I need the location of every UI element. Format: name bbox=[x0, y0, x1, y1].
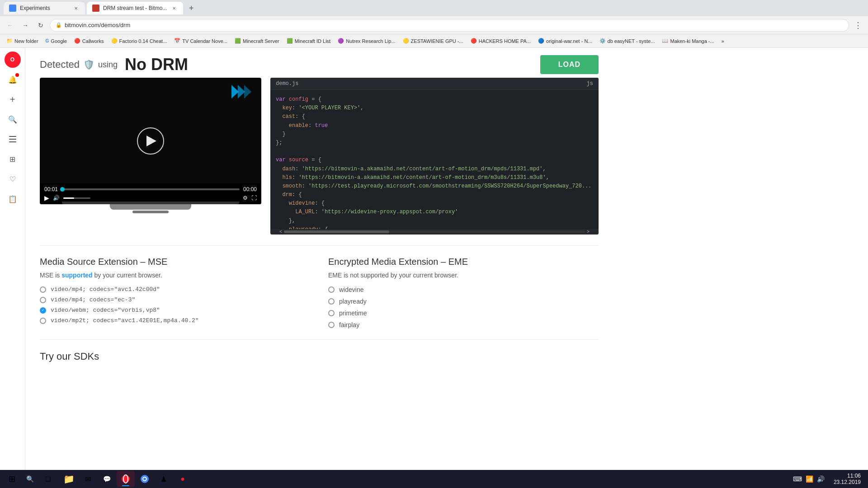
taskbar-clock[interactable]: 11:06 23.12.2019 bbox=[830, 473, 864, 485]
taskbar-app-chrome[interactable] bbox=[136, 471, 154, 487]
code-filename: demo.js bbox=[276, 80, 298, 87]
tab-drm[interactable]: DRM stream test - Bitmo... ✕ bbox=[87, 2, 183, 14]
sdks-section: Try our SDKs bbox=[40, 351, 599, 362]
new-tab-button[interactable]: + bbox=[185, 2, 198, 14]
codec-bullet-2 bbox=[40, 297, 46, 303]
drm-bullet-widevine bbox=[328, 286, 335, 293]
panels: 00:01 00:00 ▶ 🔊 bbox=[40, 78, 599, 235]
volume-filled bbox=[63, 197, 74, 199]
drm-bullet-playready bbox=[328, 298, 335, 305]
heart-icon[interactable]: ♡ bbox=[5, 171, 21, 187]
sdks-title: Try our SDKs bbox=[40, 351, 599, 362]
opera-logo-icon[interactable]: O bbox=[5, 52, 21, 68]
windows-start-button[interactable]: ⊞ bbox=[4, 471, 20, 487]
scroll-left-arrow[interactable]: < bbox=[279, 230, 282, 235]
detected-group: Detected 🛡️ using No DRM bbox=[40, 55, 188, 74]
scrollbar-thumb bbox=[284, 230, 389, 233]
tab-close-drm[interactable]: ✕ bbox=[170, 5, 178, 12]
drm-label-fairplay: fairplay bbox=[339, 321, 359, 328]
tab-close-experiments[interactable]: ✕ bbox=[72, 5, 80, 12]
taskbar-app-explorer[interactable]: 📁 bbox=[60, 471, 78, 487]
svg-rect-1 bbox=[9, 139, 16, 140]
eme-status: EME is not supported by your current bro… bbox=[328, 272, 599, 279]
shield-icon: 🛡️ bbox=[83, 59, 94, 70]
mse-section: Media Source Extension – MSE MSE is supp… bbox=[40, 257, 310, 328]
bookmark-gpu[interactable]: 🟡 ZESTAWIENIE GPU -... bbox=[400, 37, 466, 45]
drm-bullet-primetime bbox=[328, 310, 335, 316]
drm-widevine: widevine bbox=[328, 286, 599, 293]
svg-marker-4 bbox=[238, 85, 245, 99]
svg-marker-5 bbox=[244, 85, 251, 99]
code-scrollbar[interactable]: < > bbox=[270, 229, 599, 235]
menu-icon[interactable] bbox=[5, 131, 21, 147]
bookmark-nutrex[interactable]: 🟣 Nutrex Research Lip... bbox=[335, 37, 398, 45]
divider-2 bbox=[40, 339, 599, 340]
tab-favicon-drm bbox=[92, 5, 99, 12]
forward-button[interactable]: → bbox=[19, 19, 32, 32]
codec-mp4-ec3: video/mp4; codecs="ec-3" bbox=[40, 296, 310, 303]
bookmark-more[interactable]: » bbox=[719, 38, 727, 45]
volume-button[interactable]: 🔊 bbox=[53, 195, 60, 201]
taskbar-app-opera-red[interactable]: ● bbox=[174, 471, 192, 487]
taskbar-app-steam[interactable]: ♟ bbox=[155, 471, 173, 487]
taskbar-app-discord[interactable]: 💬 bbox=[98, 471, 116, 487]
browser-menu-button[interactable]: ⋮ bbox=[852, 19, 864, 32]
codec-mp4-avc1: video/mp4; codecs="avc1.42c00d" bbox=[40, 286, 310, 293]
mse-status: MSE is supported by your current browser… bbox=[40, 272, 310, 279]
drm-playready: playready bbox=[328, 298, 599, 305]
bookmark-callworks[interactable]: 🔴 Callworks bbox=[71, 37, 107, 45]
history-icon[interactable]: 📋 bbox=[5, 191, 21, 207]
scrollbar-track[interactable] bbox=[284, 230, 585, 233]
bookmark-hackers[interactable]: 🔴 HACKERS HOME PA... bbox=[468, 37, 533, 45]
bookmark-minecraft-id[interactable]: 🟩 Minecraft ID List bbox=[284, 37, 333, 45]
codec-webm-vorbis: ✓ video/webm; codecs="vorbis,vp8" bbox=[40, 307, 310, 314]
reload-button[interactable]: ↻ bbox=[34, 19, 47, 32]
drm-fairplay: fairplay bbox=[328, 321, 599, 328]
volume-bar[interactable] bbox=[63, 197, 90, 199]
bookmark-easynet[interactable]: ⚙️ db easyNET - syste... bbox=[597, 37, 658, 45]
main-layout: O 🔔 + 🔍 ⊞ ♡ 📋 ··· bbox=[0, 48, 868, 488]
bookmark-tvcalendar[interactable]: 📅 TV Calendar Nove... bbox=[171, 37, 230, 45]
bookmark-maken-ki[interactable]: 📖 Maken-ki Manga -... bbox=[659, 37, 717, 45]
clock-date: 23.12.2019 bbox=[834, 479, 861, 485]
divider-1 bbox=[40, 245, 599, 246]
play-pause-button[interactable]: ▶ bbox=[44, 194, 49, 202]
bookmark-new-folder[interactable]: 📁 New folder bbox=[4, 37, 41, 45]
add-icon[interactable]: + bbox=[5, 91, 21, 108]
bookmark-minecraft-server[interactable]: 🟩 Minecraft Server bbox=[232, 37, 282, 45]
code-header: demo.js js bbox=[270, 78, 599, 90]
extensions-section: Media Source Extension – MSE MSE is supp… bbox=[40, 257, 599, 328]
detected-label: Detected bbox=[40, 59, 80, 70]
taskbar: ⊞ 🔍 ❑ 📁 ✉ 💬 ♟ ● ⌨ 📶 🔊 11:06 bbox=[0, 470, 868, 488]
tray-icon-keyboard: ⌨ bbox=[793, 475, 802, 483]
tab-experiments[interactable]: Experiments ✕ bbox=[4, 2, 85, 14]
lock-icon: 🔒 bbox=[56, 22, 62, 28]
taskbar-app-mail[interactable]: ✉ bbox=[79, 471, 97, 487]
taskbar-search-button[interactable]: 🔍 bbox=[22, 471, 38, 487]
task-view-button[interactable]: ❑ bbox=[40, 471, 56, 487]
settings-button[interactable]: ⚙ bbox=[243, 195, 248, 201]
controls-row: ▶ 🔊 ⚙ ⛶ bbox=[44, 194, 257, 202]
bookmarks-bar: 📁 New folder G Google 🔴 Callworks 🟡 Fact… bbox=[0, 34, 868, 48]
taskbar-app-opera[interactable] bbox=[117, 471, 135, 487]
bookmark-factorio[interactable]: 🟡 Factorio 0.14 Cheat... bbox=[108, 37, 170, 45]
tab-bar: Experiments ✕ DRM stream test - Bitmo...… bbox=[0, 0, 868, 16]
drm-label-primetime: primetime bbox=[339, 310, 367, 317]
scroll-right-arrow[interactable]: > bbox=[587, 230, 590, 235]
apps-icon[interactable]: ⊞ bbox=[5, 151, 21, 167]
address-bar[interactable]: 🔒 bitmovin.com/demos/drm bbox=[50, 19, 849, 32]
search-icon[interactable]: 🔍 bbox=[5, 111, 21, 127]
bookmark-original-war[interactable]: 🔵 original-war.net - N... bbox=[535, 37, 594, 45]
progress-bar[interactable] bbox=[61, 188, 240, 190]
bitmovin-logo bbox=[231, 85, 254, 101]
notification-icon[interactable]: 🔔 bbox=[5, 71, 21, 88]
back-button[interactable]: ← bbox=[4, 19, 16, 32]
bookmark-google[interactable]: G Google bbox=[43, 38, 70, 45]
load-button[interactable]: LOAD bbox=[540, 55, 599, 74]
time-current: 00:01 bbox=[44, 186, 58, 192]
codec-bullet-1 bbox=[40, 286, 46, 293]
fullscreen-button[interactable]: ⛶ bbox=[251, 195, 257, 201]
codec-mp2t: video/mp2t; codecs="avc1.42E01E,mp4a.40.… bbox=[40, 317, 310, 324]
play-icon bbox=[146, 136, 156, 146]
play-button[interactable] bbox=[137, 127, 164, 155]
